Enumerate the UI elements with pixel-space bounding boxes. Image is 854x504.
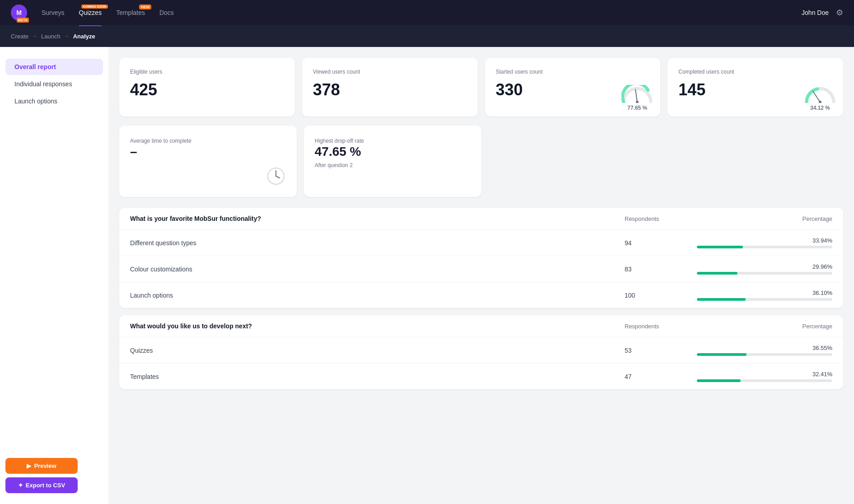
question-title-1: What would you like us to develop next? bbox=[130, 322, 625, 330]
logo-badge: BETA bbox=[17, 18, 29, 23]
sidebar-item-overall-report[interactable]: Overall report bbox=[5, 59, 103, 75]
gear-icon[interactable]: ⚙ bbox=[836, 8, 843, 18]
eligible-label: Eligible users bbox=[130, 69, 284, 75]
svg-point-1 bbox=[636, 101, 639, 103]
nav-quizzes[interactable]: Quizzes COMING SOON bbox=[79, 7, 102, 18]
breadcrumb-create[interactable]: Create bbox=[11, 33, 28, 40]
progress-bg-0-2 bbox=[697, 298, 832, 301]
row-pct-0-0: 33.94% bbox=[812, 237, 832, 244]
dropoff-value: 47.65 % bbox=[315, 145, 471, 159]
question-row-0-2: Launch options 100 36.10% bbox=[119, 282, 843, 308]
eligible-value: 425 bbox=[130, 80, 284, 99]
avg-time-value: – bbox=[130, 145, 286, 159]
top-navigation: M BETA Surveys Quizzes COMING SOON Templ… bbox=[0, 0, 854, 25]
row-text-1-0: Quizzes bbox=[130, 347, 625, 354]
progress-fill-0-2 bbox=[697, 298, 746, 301]
logo[interactable]: M BETA bbox=[11, 5, 27, 21]
svg-line-0 bbox=[635, 89, 637, 102]
question-row-1-0: Quizzes 53 36.55% bbox=[119, 337, 843, 363]
started-label: Started users count bbox=[496, 69, 650, 75]
row-pct-container-1-0: 36.55% bbox=[697, 345, 832, 356]
breadcrumb-launch[interactable]: Launch bbox=[41, 33, 61, 40]
question-header-1: What would you like us to develop next? … bbox=[119, 315, 843, 337]
row-count-0-2: 100 bbox=[625, 292, 697, 299]
completed-label: Completed users count bbox=[678, 69, 832, 75]
viewed-label: Viewed users count bbox=[313, 69, 467, 75]
col-percentage-0: Percentage bbox=[697, 215, 832, 222]
question-row-0-1: Colour customizations 83 29.96% bbox=[119, 256, 843, 282]
question-section-0: What is your favorite MobSur functionali… bbox=[119, 208, 843, 308]
row-pct-1-1: 32.41% bbox=[812, 371, 832, 378]
completed-gauge: 34.12 % bbox=[804, 85, 836, 111]
col-respondents-0: Respondents bbox=[625, 215, 697, 222]
row-pct-container-0-0: 33.94% bbox=[697, 237, 832, 248]
question-section-1: What would you like us to develop next? … bbox=[119, 315, 843, 389]
user-name: John Doe bbox=[802, 9, 829, 16]
row-pct-1-0: 36.55% bbox=[812, 345, 832, 351]
quizzes-badge: COMING SOON bbox=[81, 5, 108, 9]
export-csv-button[interactable]: ✦ Export to CSV bbox=[5, 477, 78, 493]
progress-fill-1-1 bbox=[697, 379, 741, 382]
stat-card-eligible: Eligible users 425 bbox=[119, 58, 295, 117]
nav-docs[interactable]: Docs bbox=[159, 7, 174, 18]
row-text-0-0: Different question types bbox=[130, 239, 625, 247]
sidebar-item-launch-options[interactable]: Launch options bbox=[5, 93, 103, 109]
col-percentage-1: Percentage bbox=[697, 323, 832, 330]
progress-fill-0-1 bbox=[697, 272, 737, 275]
sidebar: Overall report Individual responses Laun… bbox=[0, 47, 108, 504]
started-pct: 77.65 % bbox=[627, 105, 647, 111]
nav-links: Surveys Quizzes COMING SOON Templates NE… bbox=[42, 7, 787, 18]
export-icon: ✦ bbox=[18, 482, 23, 489]
row-pct-0-2: 36.10% bbox=[812, 289, 832, 296]
breadcrumb-arrow-2: → bbox=[64, 33, 70, 39]
stat-card-started: Started users count 330 77.65 % bbox=[485, 58, 661, 117]
sidebar-footer: ▶ Preview ✦ Export to CSV bbox=[5, 458, 78, 493]
empty-card bbox=[489, 126, 844, 197]
stat-card-completed: Completed users count 145 34.12 % bbox=[667, 58, 843, 117]
second-row: Average time to complete – Highest drop-… bbox=[119, 126, 843, 197]
started-gauge-svg bbox=[621, 85, 653, 103]
question-row-0-0: Different question types 94 33.94% bbox=[119, 229, 843, 256]
row-pct-0-1: 29.96% bbox=[812, 263, 832, 270]
completed-gauge-svg bbox=[804, 85, 836, 103]
question-row-1-1: Templates 47 32.41% bbox=[119, 363, 843, 389]
row-pct-container-0-1: 29.96% bbox=[697, 263, 832, 275]
dropoff-sub: After question 2 bbox=[315, 162, 353, 168]
progress-fill-0-0 bbox=[697, 246, 743, 248]
progress-bg-1-1 bbox=[697, 379, 832, 382]
stat-card-viewed: Viewed users count 378 bbox=[302, 58, 478, 117]
row-count-1-1: 47 bbox=[625, 373, 697, 380]
preview-button[interactable]: ▶ Preview bbox=[5, 458, 78, 474]
avg-time-card: Average time to complete – bbox=[119, 126, 297, 197]
row-count-1-0: 53 bbox=[625, 347, 697, 354]
row-text-0-2: Launch options bbox=[130, 292, 625, 299]
row-text-0-1: Colour customizations bbox=[130, 266, 625, 273]
breadcrumb-analyze[interactable]: Analyze bbox=[73, 33, 95, 40]
question-title-0: What is your favorite MobSur functionali… bbox=[130, 215, 625, 222]
nav-templates[interactable]: Templates NEW bbox=[116, 7, 145, 18]
main-layout: Overall report Individual responses Laun… bbox=[0, 47, 854, 504]
breadcrumb: Create → Launch → Analyze bbox=[0, 25, 854, 47]
dropoff-card: Highest drop-off rate 47.65 % After ques… bbox=[304, 126, 481, 197]
avg-time-label: Average time to complete bbox=[130, 138, 191, 144]
preview-icon: ▶ bbox=[27, 462, 31, 469]
templates-badge: NEW bbox=[139, 5, 151, 9]
main-content: Eligible users 425 Viewed users count 37… bbox=[108, 47, 854, 504]
progress-bg-0-1 bbox=[697, 272, 832, 275]
row-count-0-1: 83 bbox=[625, 266, 697, 273]
row-text-1-1: Templates bbox=[130, 373, 625, 380]
sidebar-item-individual-responses[interactable]: Individual responses bbox=[5, 76, 103, 92]
nav-right: John Doe ⚙ bbox=[802, 8, 843, 18]
col-respondents-1: Respondents bbox=[625, 323, 697, 330]
started-gauge: 77.65 % bbox=[621, 85, 653, 111]
nav-surveys[interactable]: Surveys bbox=[42, 7, 65, 18]
viewed-value: 378 bbox=[313, 80, 467, 99]
svg-line-6 bbox=[276, 176, 280, 178]
completed-pct: 34.12 % bbox=[810, 105, 830, 111]
row-pct-container-0-2: 36.10% bbox=[697, 289, 832, 301]
progress-fill-1-0 bbox=[697, 353, 747, 356]
progress-bg-0-0 bbox=[697, 246, 832, 248]
svg-line-2 bbox=[813, 91, 820, 102]
stat-cards: Eligible users 425 Viewed users count 37… bbox=[119, 58, 843, 117]
clock-icon bbox=[266, 166, 286, 186]
